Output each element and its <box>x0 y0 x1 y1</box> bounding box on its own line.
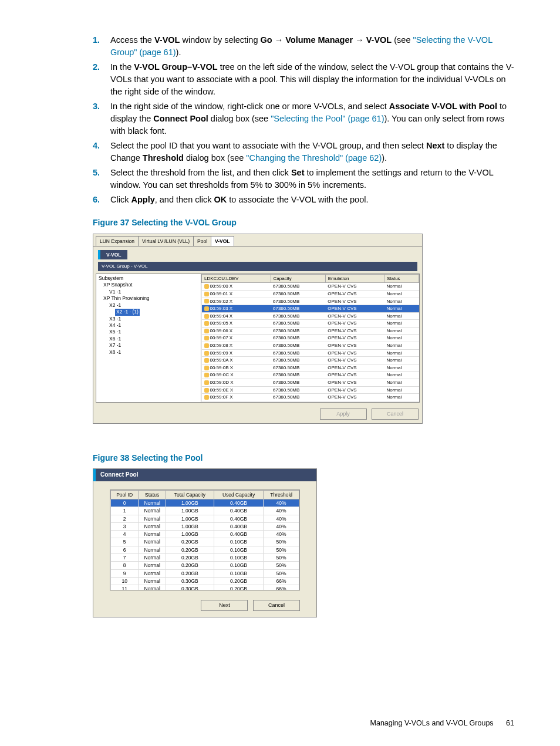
next-button[interactable]: Next <box>201 600 248 611</box>
table-row[interactable]: 00:59:09 X67360.50MBOPEN-V CVSNormal <box>202 349 419 357</box>
breadcrumb: V-VOL Group - V-VOL <box>98 262 417 271</box>
step-number: 4. <box>93 140 110 164</box>
table-row[interactable]: 9Normal0.20GB0.10GB50% <box>111 569 299 577</box>
table-row[interactable]: 00:59:06 X67360.50MBOPEN-V CVSNormal <box>202 327 419 335</box>
tab[interactable]: V-VOL <box>211 236 234 246</box>
table-row[interactable]: 00:59:10 X67360.50MBOPEN-V CVSNormal <box>202 401 419 401</box>
table-row[interactable]: 8Normal0.20GB0.10GB50% <box>111 562 299 569</box>
table-row[interactable]: 00:59:0B X67360.50MBOPEN-V CVSNormal <box>202 364 419 372</box>
dialog-title: Connect Pool <box>93 469 316 481</box>
cross-reference-link[interactable]: "Changing the Threshold" (page 62) <box>246 153 382 163</box>
table-row[interactable]: 4Normal1.00GB0.40GB40% <box>111 531 299 538</box>
ldev-icon <box>204 299 209 303</box>
tree-node[interactable]: X4 -1 <box>99 322 198 329</box>
ldev-icon <box>204 366 209 370</box>
tree-node[interactable]: XP Snapshot <box>99 282 198 288</box>
figure-37-caption: Figure 37 Selecting the V-VOL Group <box>93 217 514 228</box>
step-number: 1. <box>93 34 110 59</box>
step-body: In the V-VOL Group–V-VOL tree on the lef… <box>110 61 514 98</box>
ldev-icon <box>204 388 209 393</box>
tree-node[interactable]: X2 -1 <box>99 302 198 309</box>
table-row[interactable]: 00:59:08 X67360.50MBOPEN-V CVSNormal <box>202 342 419 350</box>
cross-reference-link[interactable]: "Selecting the Pool" (page 61) <box>271 114 384 123</box>
tree-node[interactable]: Subsystem <box>99 275 198 282</box>
ldev-icon <box>204 373 209 377</box>
ldev-icon <box>204 321 209 326</box>
vvol-grid[interactable]: LDKC:CU:LDEVCapacityEmulationStatus00:59… <box>201 274 419 402</box>
table-row[interactable]: 5Normal0.20GB0.10GB50% <box>111 538 299 546</box>
table-row[interactable]: 00:59:0D X67360.50MBOPEN-V CVSNormal <box>202 379 419 387</box>
cancel-button[interactable]: Cancel <box>372 409 419 420</box>
ldev-icon <box>204 306 209 311</box>
table-row[interactable]: 00:59:07 X67360.50MBOPEN-V CVSNormal <box>202 335 419 342</box>
step-body: Access the V-VOL window by selecting Go … <box>110 34 514 59</box>
procedure-steps: 1.Access the V-VOL window by selecting G… <box>93 34 514 206</box>
tree-node[interactable]: X7 -1 <box>99 342 198 349</box>
step-number: 2. <box>93 61 110 98</box>
table-row[interactable]: 1Normal1.00GB0.40GB40% <box>111 507 299 515</box>
tree-node[interactable]: X6 -1 <box>99 336 198 342</box>
vvol-tab-button[interactable]: V-VOL <box>98 250 127 259</box>
figure-37-vvol-window: LUN ExpansionVirtual LVI/LUN (VLL)PoolV-… <box>93 234 423 424</box>
table-row[interactable]: 00:59:04 X67360.50MBOPEN-V CVSNormal <box>202 312 419 320</box>
ldev-icon <box>204 284 209 289</box>
table-row[interactable]: 2Normal1.00GB0.40GB40% <box>111 515 299 522</box>
table-row[interactable]: 6Normal0.20GB0.10GB50% <box>111 546 299 553</box>
table-row[interactable]: 10Normal0.30GB0.20GB66% <box>111 578 299 585</box>
pool-table[interactable]: Pool IDStatusTotal CapacityUsed Capacity… <box>110 490 300 590</box>
ldev-icon <box>204 395 209 400</box>
tree-node[interactable]: X5 -1 <box>99 329 198 335</box>
tree-node[interactable]: X2 -1 · (1) <box>99 309 198 315</box>
table-row[interactable]: 3Normal1.00GB0.40GB40% <box>111 522 299 530</box>
tab[interactable]: Pool <box>193 236 211 246</box>
ldev-icon <box>204 343 209 348</box>
apply-button[interactable]: Apply <box>320 409 367 420</box>
ldev-icon <box>204 358 209 363</box>
table-row[interactable]: 00:59:01 X67360.50MBOPEN-V CVSNormal <box>202 290 419 298</box>
table-row[interactable]: 7Normal0.20GB0.10GB50% <box>111 554 299 562</box>
vvol-group-tree[interactable]: SubsystemXP SnapshotV1 -1XP Thin Provisi… <box>96 274 201 402</box>
cancel-button[interactable]: Cancel <box>253 600 300 611</box>
ldev-icon <box>204 336 209 340</box>
tab[interactable]: LUN Expansion <box>96 236 139 246</box>
table-row[interactable]: 0Normal1.00GB0.40GB40% <box>111 499 299 507</box>
tree-node[interactable]: X3 -1 <box>99 316 198 322</box>
ldev-icon <box>204 292 209 296</box>
step-body: Select the threshold from the list, and … <box>110 167 514 191</box>
table-row[interactable]: 00:59:0F X67360.50MBOPEN-V CVSNormal <box>202 394 419 401</box>
figure-38-caption: Figure 38 Selecting the Pool <box>93 452 514 464</box>
table-row[interactable]: 00:59:0E X67360.50MBOPEN-V CVSNormal <box>202 386 419 394</box>
table-row[interactable]: 00:59:0C X67360.50MBOPEN-V CVSNormal <box>202 372 419 379</box>
ldev-icon <box>204 329 209 333</box>
ldev-icon <box>204 314 209 319</box>
ldev-icon <box>204 380 209 385</box>
table-row[interactable]: 00:59:03 X67360.50MBOPEN-V CVSNormal <box>202 305 419 313</box>
step-body: Select the pool ID that you want to asso… <box>110 140 514 164</box>
ldev-icon <box>204 351 209 356</box>
table-row[interactable]: 00:59:00 X67360.50MBOPEN-V CVSNormal <box>202 283 419 291</box>
step-number: 3. <box>93 100 110 137</box>
figure-38-connect-pool-dialog: Connect Pool Pool IDStatusTotal Capacity… <box>93 468 317 617</box>
step-body: Click Apply, and then click OK to associ… <box>110 194 514 206</box>
step-number: 5. <box>93 167 110 191</box>
table-row[interactable]: 00:59:02 X67360.50MBOPEN-V CVSNormal <box>202 298 419 305</box>
table-row[interactable]: 00:59:05 X67360.50MBOPEN-V CVSNormal <box>202 320 419 328</box>
step-body: In the right side of the window, right-c… <box>110 100 514 137</box>
tab-strip: LUN ExpansionVirtual LVI/LUN (VLL)PoolV-… <box>93 234 422 247</box>
tree-node[interactable]: XP Thin Provisioning <box>99 295 198 302</box>
table-row[interactable]: 00:59:0A X67360.50MBOPEN-V CVSNormal <box>202 357 419 364</box>
table-row[interactable]: 11Normal0.30GB0.20GB66% <box>111 585 299 590</box>
step-number: 6. <box>93 194 110 206</box>
tree-node[interactable]: V1 -1 <box>99 289 198 295</box>
tab[interactable]: Virtual LVI/LUN (VLL) <box>138 236 194 246</box>
tree-node[interactable]: X8 -1 <box>99 349 198 356</box>
